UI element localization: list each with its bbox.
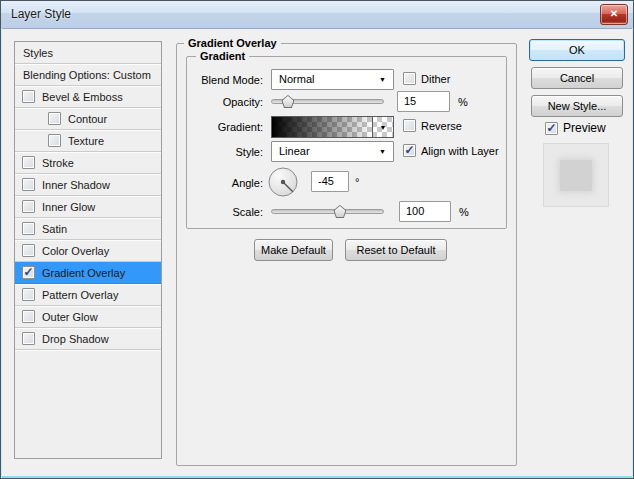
sidebar-item-styles[interactable]: Styles [15,42,161,64]
sidebar-item-label: Styles [23,47,53,59]
sidebar-item-satin-checkbox[interactable] [22,222,35,235]
sidebar-item-label: Blending Options: Custom [23,69,151,81]
make-default-button[interactable]: Make Default [254,239,333,261]
angle-dial[interactable] [268,167,298,197]
gradient-overlay-group-title: Gradient Overlay [184,37,281,49]
chevron-down-icon: ▼ [379,148,386,156]
sidebar-item-texture[interactable]: Texture [15,130,161,152]
reverse-checkbox[interactable] [403,119,416,132]
sidebar-item-color-overlay-checkbox[interactable] [22,244,35,257]
sidebar-item-label: Gradient Overlay [42,267,125,279]
new-style-button[interactable]: New Style... [531,95,623,117]
dither-option[interactable]: Dither [403,72,450,85]
preview-option[interactable]: ✓ Preview [545,121,606,135]
style-label: Style: [141,146,263,158]
preview-label: Preview [563,121,606,135]
preview-checkbox[interactable]: ✓ [545,122,558,135]
dither-checkbox[interactable] [403,72,416,85]
opacity-unit: % [458,96,468,108]
sidebar-item-stroke[interactable]: Stroke [15,152,161,174]
gradient-dropdown-arrow[interactable]: ▼ [372,117,393,137]
sidebar-item-label: Drop Shadow [42,333,109,345]
sidebar-item-label: Stroke [42,157,74,169]
sidebar-item-contour[interactable]: Contour [15,108,161,130]
sidebar-item-label: Satin [42,223,67,235]
style-value: Linear [279,145,310,157]
sidebar-item-label: Outer Glow [42,311,98,323]
sidebar-item-label: Contour [68,113,107,125]
opacity-slider[interactable] [271,91,384,112]
blend-mode-select[interactable]: Normal ▼ [271,69,394,90]
blend-mode-label: Blend Mode: [141,74,263,86]
scale-slider-track[interactable] [271,209,384,214]
sidebar-item-outer-glow-checkbox[interactable] [22,310,35,323]
angle-unit: ° [355,176,359,188]
opacity-input[interactable]: 15 [397,91,450,112]
sidebar-item-label: Inner Shadow [42,179,110,191]
style-select[interactable]: Linear ▼ [271,141,394,162]
window-frame-glow [1,476,633,478]
sidebar-item-drop-shadow[interactable]: Drop Shadow [15,328,161,350]
sidebar-item-bevel-emboss-checkbox[interactable] [22,90,35,103]
angle-input[interactable]: -45 [311,171,349,192]
align-with-layer-checkbox[interactable]: ✓ [403,144,416,157]
sidebar-list: StylesBlending Options: CustomBevel & Em… [14,41,162,459]
window-frame-glow [1,28,2,478]
reverse-option[interactable]: Reverse [403,119,462,132]
scale-unit: % [459,206,469,218]
gradient-label: Gradient: [141,121,263,133]
cancel-button[interactable]: Cancel [531,67,623,89]
sidebar-item-inner-shadow[interactable]: Inner Shadow [15,174,161,196]
sidebar-item-outer-glow[interactable]: Outer Glow [15,306,161,328]
sidebar-item-inner-shadow-checkbox[interactable] [22,178,35,191]
ok-button[interactable]: OK [529,39,625,61]
scale-slider[interactable] [271,201,384,222]
layer-style-dialog: Layer Style ✕ StylesBlending Options: Cu… [0,0,634,479]
angle-label: Angle: [141,177,263,189]
sidebar-item-blending-options-custom[interactable]: Blending Options: Custom [15,64,161,86]
sidebar-item-inner-glow[interactable]: Inner Glow [15,196,161,218]
sidebar-item-stroke-checkbox[interactable] [22,156,35,169]
sidebar-item-gradient-overlay[interactable]: ✓Gradient Overlay [15,262,161,284]
sidebar-item-label: Bevel & Emboss [42,91,123,103]
sidebar-item-gradient-overlay-checkbox[interactable]: ✓ [22,266,35,279]
window-frame-glow [632,28,633,478]
title-bar[interactable]: Layer Style ✕ [1,1,633,29]
sidebar-item-color-overlay[interactable]: Color Overlay [15,240,161,262]
sidebar-item-label: Color Overlay [42,245,109,257]
sidebar-item-pattern-overlay[interactable]: Pattern Overlay [15,284,161,306]
opacity-slider-thumb[interactable] [281,95,294,108]
sidebar-item-label: Texture [68,135,104,147]
sidebar-item-inner-glow-checkbox[interactable] [22,200,35,213]
scale-slider-thumb[interactable] [333,205,346,218]
style-preview-thumbnail [543,143,609,207]
align-option[interactable]: ✓ Align with Layer [403,144,499,157]
reset-to-default-button[interactable]: Reset to Default [345,239,447,261]
sidebar-item-bevel-emboss[interactable]: Bevel & Emboss [15,86,161,108]
reverse-label: Reverse [421,120,462,132]
gradient-picker[interactable]: ▼ [271,116,394,138]
gradient-group-title: Gradient [196,50,249,62]
sidebar-item-texture-checkbox[interactable] [48,134,61,147]
sidebar-item-label: Pattern Overlay [42,289,118,301]
sidebar-item-drop-shadow-checkbox[interactable] [22,332,35,345]
scale-label: Scale: [141,206,263,218]
sidebar-item-pattern-overlay-checkbox[interactable] [22,288,35,301]
chevron-down-icon: ▼ [379,76,386,84]
blend-mode-value: Normal [279,73,314,85]
window-title: Layer Style [11,7,71,21]
angle-dial-icon [268,167,298,197]
sidebar-item-contour-checkbox[interactable] [48,112,61,125]
sidebar-item-label: Inner Glow [42,201,95,213]
opacity-label: Opacity: [141,96,263,108]
dither-label: Dither [421,73,450,85]
gradient-preview[interactable] [272,117,373,137]
sidebar-item-satin[interactable]: Satin [15,218,161,240]
style-preview-layer [560,160,592,191]
scale-input[interactable]: 100 [399,201,451,222]
chevron-down-icon: ▼ [380,124,387,131]
close-icon[interactable]: ✕ [600,4,628,25]
align-with-layer-label: Align with Layer [421,145,499,157]
